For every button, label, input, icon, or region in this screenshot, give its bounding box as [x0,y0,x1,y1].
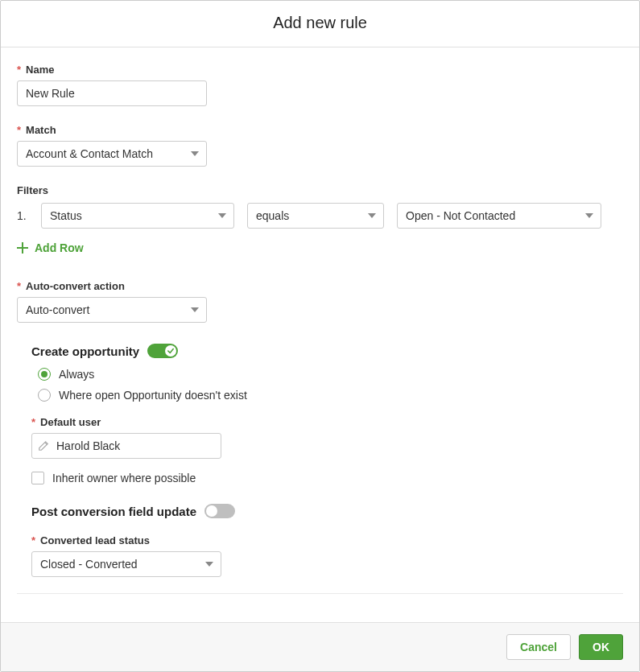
filter-index: 1. [17,209,28,222]
modal-body: Name Match Account & Contact Match Filte… [1,47,639,622]
post-conversion-heading: Post conversion field update [31,505,196,518]
match-select[interactable]: Account & Contact Match [17,141,207,167]
post-conversion-heading-row: Post conversion field update [31,504,235,518]
default-user-label: Default user [31,416,623,428]
create-opportunity-heading: Create opportunity [31,344,139,358]
auto-convert-action-select[interactable]: Auto-convert [17,297,207,323]
auto-convert-action-group: Auto-convert action Auto-convert [17,280,623,323]
radio-always-row: Always [31,368,623,381]
inherit-owner-checkbox[interactable] [31,472,44,484]
filters-group: Filters 1. Status equals Open - Not [17,184,623,256]
filter-row: 1. Status equals Open - Not Contacted [17,203,623,229]
add-rule-modal: Add new rule Name Match Account & Contac… [0,0,640,672]
filter-field-value: Status [50,209,82,222]
converted-lead-status-value: Closed - Converted [40,558,138,571]
radio-where-open-row: Where open Opportunity doesn't exist [31,389,623,402]
name-field-group: Name [17,64,623,106]
create-opportunity-toggle[interactable] [147,344,178,358]
modal-header: Add new rule [1,1,639,47]
modal-footer: Cancel OK [1,622,639,671]
converted-lead-status-label: Converted lead status [31,534,623,546]
radio-always-label: Always [59,368,94,381]
name-input[interactable] [17,80,207,106]
modal-title: Add new rule [1,14,639,32]
cancel-button[interactable]: Cancel [506,634,571,660]
match-label: Match [17,124,623,136]
inherit-owner-row: Inherit owner where possible [31,472,623,484]
body-divider [17,593,623,594]
converted-lead-status-group: Converted lead status Closed - Converted [31,534,623,577]
auto-convert-action-value: Auto-convert [26,303,89,316]
filter-field-select[interactable]: Status [41,203,234,229]
filter-op-value: equals [256,209,289,222]
add-row-button[interactable]: Add Row [17,241,84,254]
post-conversion-toggle[interactable] [204,504,235,518]
radio-where-open-label: Where open Opportunity doesn't exist [59,389,247,402]
filter-op-select[interactable]: equals [247,203,384,229]
check-icon [167,348,174,354]
ok-button[interactable]: OK [579,634,623,660]
match-select-value: Account & Contact Match [26,147,153,160]
match-field-group: Match Account & Contact Match [17,124,623,167]
create-opportunity-heading-row: Create opportunity [31,344,178,358]
plus-icon [17,242,28,254]
converted-lead-status-select[interactable]: Closed - Converted [31,551,221,577]
filter-value-select[interactable]: Open - Not Contacted [397,203,601,229]
add-row-label: Add Row [35,241,84,254]
auto-convert-action-label: Auto-convert action [17,280,623,292]
radio-where-open[interactable] [38,389,51,402]
pencil-icon [38,440,49,451]
filter-value-value: Open - Not Contacted [406,209,515,222]
inherit-owner-label: Inherit owner where possible [52,472,196,484]
default-user-input[interactable] [31,433,221,459]
filters-label: Filters [17,184,623,196]
default-user-group: Default user [31,416,623,459]
create-opportunity-section: Create opportunity Always Where open Opp… [17,344,623,577]
radio-always[interactable] [38,368,51,381]
name-label: Name [17,64,623,76]
